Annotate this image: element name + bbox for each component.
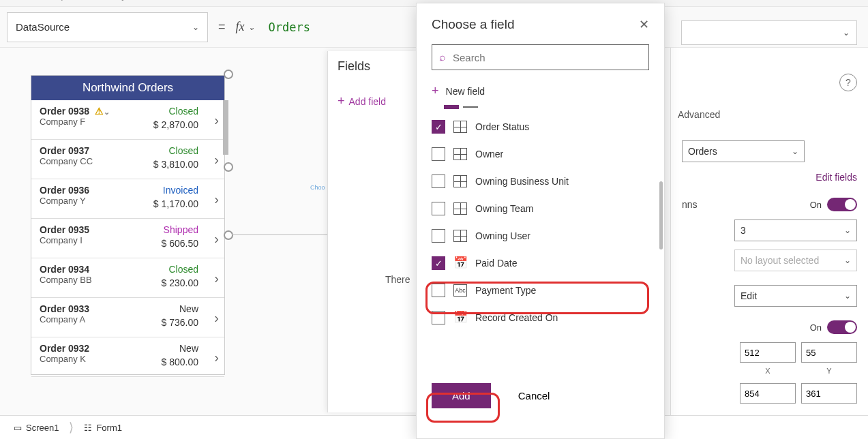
fx-icon[interactable]: fx ⌄ [236,20,255,34]
mode-select[interactable]: Edit ⌄ [734,285,857,307]
order-row[interactable]: Order 0933Company ANew$ 736.00› [31,298,224,337]
height-input[interactable] [801,383,857,404]
field-item[interactable]: AbcPayment Type [432,277,657,304]
x-input[interactable] [740,342,796,363]
search-box[interactable]: ⌕ [432,44,649,70]
order-row[interactable]: Order 0932Company KNew$ 800.00› [31,337,224,377]
field-label: Owner [475,149,503,160]
field-label: Owning User [475,230,530,241]
ribbon-input[interactable]: Input ˅ [53,0,83,1]
breadcrumb-form[interactable]: ☷ Form1 [77,423,129,433]
field-item[interactable]: ✓Order Status [432,113,657,140]
field-checkbox[interactable] [432,284,445,297]
add-field-button[interactable]: + Add field [338,94,406,108]
ribbon-aibuilder[interactable]: AI Builder ˅ [397,0,447,1]
scrollbar-thumb[interactable] [223,100,228,155]
close-icon[interactable]: ✕ [639,17,649,32]
field-label: Record Created On [475,312,558,323]
field-checkbox[interactable] [432,229,445,243]
ribbon-gallery[interactable]: Gallery ˅ [96,0,134,1]
chevron-right-icon[interactable]: › [214,271,219,286]
chevron-down-icon: ⌄ [844,256,851,265]
fields-pane: Fields + Add field [327,51,416,412]
ribbon-text[interactable]: Text ˅ [14,0,40,1]
chevron-right-icon[interactable]: › [214,350,219,365]
field-type-icon: Abc [453,284,467,297]
visible-toggle[interactable] [827,320,857,334]
ribbon-datatable[interactable]: Data table [148,0,192,1]
order-status: New [179,303,198,314]
selection-handle[interactable] [224,70,233,79]
columns-label-fragment: nns [682,199,698,210]
chevron-right-icon[interactable]: › [214,192,219,207]
field-item[interactable]: 📅Record Created On [432,304,657,331]
field-item[interactable]: Owning User [432,222,657,249]
advanced-tab[interactable]: Advanced [678,109,720,120]
order-status: Shipped [164,224,198,235]
order-status: Closed [168,145,198,156]
warning-icon: ⚠ [95,106,104,117]
columns-select[interactable]: 3 ⌄ [734,220,857,241]
field-checkbox[interactable]: ✓ [432,120,445,134]
scrollbar-thumb[interactable] [659,181,663,249]
app-header: Northwind Orders [31,76,224,100]
chevron-down-icon: ⌄ [844,291,851,301]
y-input[interactable] [801,342,857,363]
order-amount: $ 230.00 [162,277,199,288]
layout-select[interactable]: No layout selected ⌄ [734,249,857,271]
width-input[interactable] [740,383,796,404]
field-item[interactable]: Owning Team [432,195,657,222]
datasource-select[interactable]: Orders ⌄ [682,140,805,162]
search-icon: ⌕ [439,51,446,63]
field-item[interactable]: Owner [432,140,657,168]
field-checkbox[interactable]: ✓ [432,256,445,270]
field-checkbox[interactable] [432,175,445,188]
field-item[interactable]: Owning Business Unit [432,168,657,195]
chevron-right-icon[interactable]: › [214,231,219,247]
order-status: Closed [168,264,198,275]
field-type-icon [453,175,467,187]
field-checkbox[interactable] [432,147,445,161]
chevron-right-icon[interactable]: › [214,310,219,326]
ribbon-forms[interactable]: Forms ˅ [205,0,241,1]
field-type-icon: 📅 [453,312,467,324]
ribbon-icons[interactable]: Icons ˅ [352,0,383,1]
control-selector[interactable]: ⌄ [681,20,857,45]
field-label: Owning Team [475,203,533,214]
chevron-down-icon: ⌄ [843,28,850,37]
add-button[interactable]: Add [432,383,491,408]
order-status: Invoiced [163,185,198,196]
field-checkbox[interactable] [432,202,445,215]
chevron-right-icon[interactable]: › [214,152,219,168]
cancel-button[interactable]: Cancel [505,383,564,408]
order-row[interactable]: Order 0938 ⚠⌄Company FClosed$ 2,870.00› [31,100,224,140]
order-gallery[interactable]: Order 0938 ⚠⌄Company FClosed$ 2,870.00›O… [31,100,224,377]
chevron-right-icon[interactable]: › [214,112,219,128]
selection-handle[interactable] [224,162,233,172]
choose-field-popup: Choose a field ✕ ⌕ + New field ✓Order St… [416,3,665,439]
property-selector[interactable]: DataSource ⌄ [7,12,208,42]
selection-handle[interactable] [224,230,233,240]
ribbon-media[interactable]: Media ˅ [254,0,288,1]
order-row[interactable]: Order 0937Company CCClosed$ 3,810.00› [31,140,224,179]
field-label: Owning Business Unit [475,176,569,187]
equals-sign: = [218,20,226,34]
properties-pane: ? Advanced Orders ⌄ Edit fields nns On 3… [670,48,868,415]
order-status: Closed [168,106,198,117]
new-field-button[interactable]: + New field [417,78,664,104]
order-status: New [179,343,198,354]
edit-fields-link[interactable]: Edit fields [671,166,868,188]
order-row[interactable]: Order 0935Company IShipped$ 606.50› [31,219,224,258]
field-group-header [417,104,664,113]
field-label: Payment Type [475,285,536,296]
field-checkbox[interactable] [432,311,445,324]
ribbon-charts[interactable]: Charts ˅ [302,0,338,1]
search-input[interactable] [453,52,642,63]
snap-toggle[interactable] [827,198,857,211]
order-row[interactable]: Order 0934Company BBClosed$ 230.00› [31,258,224,298]
formula-value[interactable]: Orders [269,20,310,34]
order-row[interactable]: Order 0936Company YInvoiced$ 1,170.00› [31,179,224,219]
field-item[interactable]: ✓📅Paid Date [432,249,657,277]
help-icon[interactable]: ? [839,74,857,91]
breadcrumb-screen[interactable]: ▭ Screen1 [7,423,65,433]
